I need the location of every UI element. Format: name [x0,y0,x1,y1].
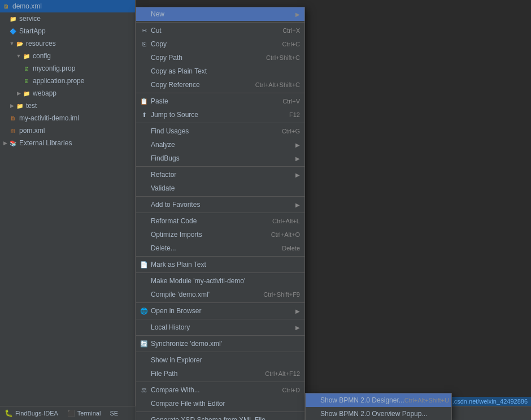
menu-label: Validate [151,184,175,192]
menu-item-new[interactable]: New ▶ [136,7,304,21]
menu-item-analyze[interactable]: Analyze ▶ [136,138,304,151]
menu-separator [136,412,304,412]
menu-label: Generate XSD Schema from XML File... [151,416,271,420]
shortcut-label: Ctrl+Shift+C [266,54,300,61]
menu-item-comparewitheditor[interactable]: Compare File with Editor [136,397,304,410]
diagrams-submenu: Show BPMN 2.0 Designer... Ctrl+Alt+Shift… [305,393,452,420]
menu-item-showinexplorer[interactable]: Show in Explorer [136,353,304,367]
menu-item-cut[interactable]: ✂ Cut Ctrl+X [136,24,304,37]
shortcut-label: F12 [289,111,300,118]
compare-icon: ⚖ [140,386,149,395]
menu-label: Compare File with Editor [151,400,225,408]
menu-item-localhistory[interactable]: Local History ▶ [136,321,304,334]
status-findbugs[interactable]: 🐛 FindBugs-IDEA [5,409,58,417]
menu-item-copy[interactable]: ⎘ Copy Ctrl+C [136,37,304,51]
menu-item-findbugs[interactable]: FindBugs ▶ [136,151,304,165]
menu-label: Reformat Code [151,217,197,225]
menu-label: Find Usages [151,127,189,135]
shortcut-label: Ctrl+C [282,41,300,47]
menu-item-generatexsd[interactable]: Generate XSD Schema from XML File... [136,413,304,420]
menu-item-copypath[interactable]: Copy Path Ctrl+Shift+C [136,51,304,64]
menu-item-showbpmnpopup[interactable]: Show BPMN 2.0 Overview Popup... [306,407,451,420]
shortcut-label: Delete [282,245,300,252]
menu-item-paste[interactable]: 📋 Paste Ctrl+V [136,94,304,108]
menu-item-reformatcode[interactable]: Reformat Code Ctrl+Alt+L [136,214,304,228]
expand-arrow: ▶ [16,90,21,96]
menu-label: FindBugs [151,154,180,162]
sidebar-label: config [33,52,51,60]
sidebar-label: application.prope [33,77,84,85]
sidebar-item-pom[interactable]: m pom.xml [0,124,135,137]
submenu-arrow-icon: ▶ [295,308,300,314]
sidebar-item-webapp[interactable]: ▶ 📁 webapp [0,87,135,99]
status-se[interactable]: SE [110,410,118,417]
extlib-icon: 📚 [9,139,17,147]
shortcut-label: Ctrl+V [282,98,300,105]
shortcut-label: Ctrl+X [282,27,300,34]
sidebar-item-startapp[interactable]: 🔷 StartApp [0,25,135,37]
menu-label: File Path [151,370,177,378]
sidebar-item-myconfig[interactable]: 🗎 myconfig.prop [0,62,135,75]
menu-label: Copy Reference [151,81,200,89]
terminal-icon: ⬛ [67,410,75,417]
menu-separator [136,302,304,303]
submenu-arrow-icon: ▶ [295,142,300,148]
menu-item-filepath[interactable]: File Path Ctrl+Alt+F12 [136,367,304,380]
props-icon: 🗎 [23,77,31,85]
sidebar-item-extlibs[interactable]: ▶ 📚 External Libraries [0,137,135,149]
se-label: SE [110,410,118,417]
sidebar-label: resources [26,40,56,47]
markplain-icon: 📄 [140,260,149,269]
menu-item-jumptosource[interactable]: ⬆ Jump to Source F12 [136,108,304,122]
xml-icon: 🗎 [2,2,10,10]
sidebar-item-demo-xml[interactable]: 🗎 demo.xml [0,0,135,12]
status-terminal[interactable]: ⬛ Terminal [67,410,101,417]
menu-item-markplaintext[interactable]: 📄 Mark as Plain Text [136,258,304,271]
folder-icon: 📁 [23,52,31,60]
menu-item-validate[interactable]: Validate [136,181,304,195]
shortcut-label: Ctrl+Alt+L [272,218,300,224]
menu-item-optimizeimports[interactable]: Optimize Imports Ctrl+Alt+O [136,228,304,241]
menu-label: Optimize Imports [151,231,202,239]
menu-item-copyref[interactable]: Copy Reference Ctrl+Alt+Shift+C [136,78,304,92]
menu-label: Paste [151,97,168,105]
terminal-label: Terminal [77,410,101,417]
paste-icon: 📋 [140,97,149,106]
props-icon: 🗎 [23,64,31,72]
menu-separator [136,319,304,319]
menu-separator [136,166,304,167]
menu-item-comparewith[interactable]: ⚖ Compare With... Ctrl+D [136,383,304,397]
menu-item-openinbrowser[interactable]: 🌐 Open in Browser ▶ [136,304,304,318]
menu-item-findusages[interactable]: Find Usages Ctrl+G [136,124,304,138]
shortcut-label: Ctrl+G [282,128,300,135]
menu-label: Copy as Plain Text [151,67,207,75]
sidebar-item-resources[interactable]: ▼ 📂 resources [0,37,135,50]
menu-item-synchronize[interactable]: 🔄 Synchronize 'demo.xml' [136,337,304,350]
menu-item-delete[interactable]: Delete... Delete [136,241,304,255]
menu-label: Jump to Source [151,111,198,119]
sidebar-item-iml[interactable]: 🗎 my-activiti-demo.iml [0,112,135,124]
sidebar-item-service[interactable]: 📁 service [0,12,135,25]
sidebar-label: demo.xml [12,2,42,10]
sidebar-item-application[interactable]: 🗎 application.prope [0,75,135,87]
sidebar-item-config[interactable]: ▼ 📁 config [0,50,135,62]
sidebar-label: my-activiti-demo.iml [19,114,79,122]
folder-icon: 📂 [16,40,24,47]
menu-item-copyplaintext[interactable]: Copy as Plain Text [136,64,304,78]
sidebar-label: StartApp [19,27,46,35]
submenu-arrow-icon: ▶ [295,324,300,331]
menu-label: Show BPMN 2.0 Overview Popup... [320,410,427,418]
shortcut-label: Ctrl+Shift+F9 [263,291,300,298]
sidebar-label: External Libraries [19,139,72,147]
submenu-arrow-icon: ▶ [295,155,300,162]
findbugs-icon: 🐛 [5,409,13,417]
menu-label: Make Module 'my-activiti-demo' [151,277,245,285]
menu-item-refactor[interactable]: Refactor ▶ [136,168,304,181]
menu-item-addtofav[interactable]: Add to Favorites ▶ [136,198,304,211]
menu-item-compile[interactable]: Compile 'demo.xml' Ctrl+Shift+F9 [136,288,304,301]
menu-item-makemodule[interactable]: Make Module 'my-activiti-demo' [136,274,304,288]
submenu-arrow-icon: ▶ [295,202,300,208]
sidebar-item-test[interactable]: ▶ 📁 test [0,99,135,112]
menu-item-showbpmn[interactable]: Show BPMN 2.0 Designer... Ctrl+Alt+Shift… [306,393,451,407]
menu-label: Delete... [151,244,176,252]
